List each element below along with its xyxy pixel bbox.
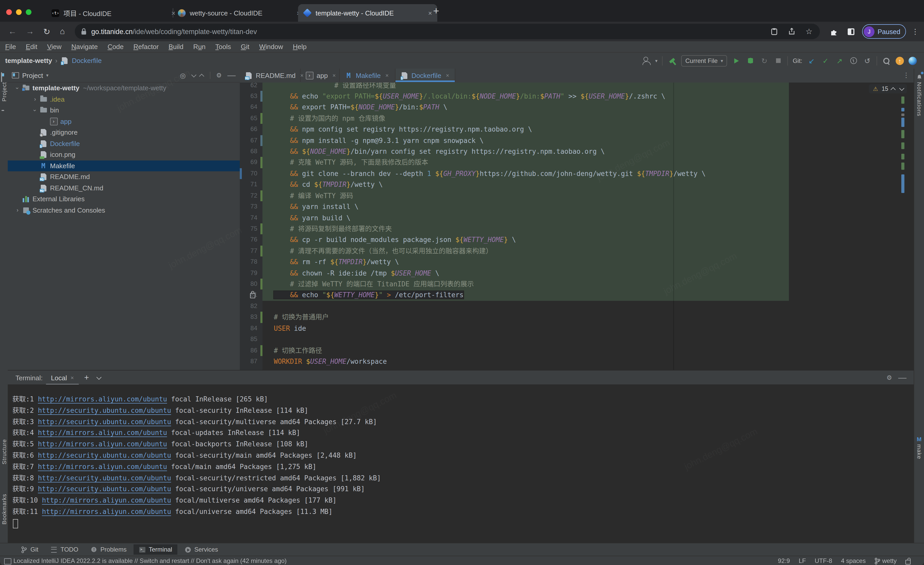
menu-git[interactable]: Git <box>241 43 249 51</box>
stripe-tab-project[interactable]: Project <box>1 82 7 102</box>
line-number[interactable]: 63 <box>242 91 257 102</box>
terminal-output[interactable]: 获取:1 http://mirrors.aliyun.com/ubuntu fo… <box>8 385 914 543</box>
panel-settings-gear-icon[interactable]: ⚙ <box>216 72 222 79</box>
line-number[interactable]: 72 <box>242 190 257 201</box>
tree-chevron-icon[interactable]: › <box>33 96 38 102</box>
forward-icon[interactable]: → <box>26 22 34 41</box>
code-line-82[interactable] <box>262 301 789 312</box>
code-line-66[interactable]: && npm config set registry https://regis… <box>262 124 789 135</box>
file-encoding[interactable]: UTF-8 <box>814 557 832 565</box>
menu-view[interactable]: View <box>47 43 62 51</box>
terminal-tab-local[interactable]: Local × <box>49 370 76 385</box>
code-line-74[interactable]: && yarn build \ <box>262 212 789 224</box>
editor-tab-readme-md[interactable]: MDREADME.md× <box>240 69 301 82</box>
hide-terminal-icon[interactable]: — <box>898 373 906 382</box>
inspections-widget[interactable]: ⚠ 15 <box>869 84 907 93</box>
code-line-67[interactable]: && npm install -g npm@9.3.1 yarn cnpm sn… <box>262 135 789 146</box>
tree-item-dockerfile[interactable]: DDockerfile <box>8 138 240 149</box>
line-number[interactable]: 78 <box>242 257 257 267</box>
code-line-62[interactable]: # 设置路径环境变量 <box>262 83 789 91</box>
tree-item-scratches-and-consoles[interactable]: ›Scratches and Consoles <box>8 204 240 216</box>
git-branch-widget[interactable]: wetty <box>874 557 897 565</box>
line-number[interactable]: 85 <box>242 334 257 345</box>
close-tab-icon[interactable]: × <box>428 9 432 17</box>
line-number[interactable]: 67 <box>242 135 257 146</box>
toolwindow-problems[interactable]: !Problems <box>86 544 132 554</box>
git-push-icon[interactable]: ↗ <box>835 56 844 65</box>
prev-problem-icon[interactable] <box>891 87 896 92</box>
tree-chevron-icon[interactable]: › <box>15 207 20 213</box>
update-available-icon[interactable]: ↑ <box>896 57 904 65</box>
caret-position[interactable]: 92:9 <box>778 557 790 565</box>
code-line-80[interactable]: # 过滤掉 WeTTY 的端口在 TitanIDE 应用端口列表的展示 <box>262 279 789 290</box>
editor-tabs-more-icon[interactable]: ⋮ <box>903 71 910 79</box>
run-configuration-select[interactable]: Current File▾ <box>681 55 727 66</box>
new-tab-button[interactable]: + <box>433 5 439 17</box>
terminal-link[interactable]: http://mirrors.aliyun.com/ubuntu <box>38 429 167 437</box>
browser-tab-wetty-source-cloudide[interactable]: wetty-source - CloudIDE× <box>173 4 306 22</box>
editor-tab-app[interactable]: ›app× <box>301 69 340 82</box>
project-view-caret-icon[interactable]: ▾ <box>46 73 48 78</box>
browser-tab--cloudide[interactable]: 项目 - CloudIDE× <box>46 4 180 22</box>
history-clock-icon[interactable] <box>849 56 858 65</box>
notifications-bell-icon[interactable] <box>916 73 922 79</box>
line-number[interactable]: 77 <box>242 246 257 257</box>
side-panel-icon[interactable] <box>848 22 854 41</box>
stripe-tab-notifications[interactable]: Notifications <box>916 82 922 116</box>
write-access-lock-icon[interactable] <box>905 560 910 564</box>
code-line-63[interactable]: && echo "export PATH=${USER_HOME}/.local… <box>262 91 789 102</box>
line-number[interactable]: 80 <box>242 279 257 290</box>
reload-icon[interactable]: ↻ <box>44 22 50 41</box>
toolwindow-git[interactable]: Git <box>15 544 44 554</box>
editor-tab-makefile[interactable]: MMakefile× <box>340 69 396 82</box>
code-with-me-icon[interactable] <box>909 57 917 65</box>
code-line-64[interactable]: && export PATH=${NODE_HOME}/bin:$PATH \ <box>262 102 789 113</box>
line-number[interactable]: 73 <box>242 201 257 212</box>
menu-navigate[interactable]: Navigate <box>71 43 98 51</box>
line-number[interactable]: 74 <box>242 212 257 224</box>
line-number[interactable]: 76 <box>242 234 257 246</box>
home-icon[interactable]: ⌂ <box>60 22 65 41</box>
menu-file[interactable]: File <box>5 43 16 51</box>
tree-chevron-icon[interactable]: › <box>32 108 38 113</box>
breadcrumb[interactable]: template-wetty › D Dockerfile <box>5 53 102 69</box>
code-line-76[interactable]: && cp -r build node_modules package.json… <box>262 234 789 246</box>
line-number[interactable]: 75 <box>242 224 257 234</box>
tree-item-readme-md[interactable]: MDREADME.md <box>8 171 240 182</box>
back-icon[interactable]: ← <box>8 22 16 41</box>
profile-button[interactable]: J Paused <box>862 24 906 39</box>
code-line-68[interactable]: && ${NODE_HOME}/bin/yarn config set regi… <box>262 146 789 157</box>
line-number[interactable]: 69 <box>242 157 257 168</box>
build-hammer-icon[interactable] <box>667 56 676 65</box>
menu-build[interactable]: Build <box>169 43 184 51</box>
line-number[interactable]: 62 <box>242 83 257 91</box>
code-line-83[interactable]: # 切换为普通用户 <box>262 312 789 323</box>
hide-panel-icon[interactable]: — <box>227 71 236 80</box>
line-number[interactable]: 68 <box>242 146 257 157</box>
menu-window[interactable]: Window <box>259 43 283 51</box>
tree-item-readme-cn-md[interactable]: MDREADME_CN.md <box>8 182 240 194</box>
code-line-84[interactable]: USER ide <box>262 323 789 334</box>
browser-menu-icon[interactable]: ⋮ <box>912 22 919 41</box>
address-bar[interactable]: go.titanide.cn/ide/web/coding/template-w… <box>75 24 820 39</box>
tree-item-template-wetty[interactable]: ›template-wetty~/workspace/template-wett… <box>8 83 240 94</box>
line-separator[interactable]: LF <box>799 557 806 565</box>
bookmark-star-icon[interactable]: ☆ <box>804 27 814 36</box>
toolwindow-services[interactable]: Services <box>179 544 223 554</box>
editor-gutter[interactable]: 6263646566676869707172737475767778798081… <box>240 83 262 370</box>
line-number[interactable]: 64 <box>242 102 257 113</box>
expand-all-icon[interactable] <box>191 72 196 77</box>
run-icon[interactable] <box>732 56 741 65</box>
code-line-77[interactable]: # 清理不再需要的源文件（当然，也可以采用独立的融容器来构建） <box>262 246 789 257</box>
menu-edit[interactable]: Edit <box>26 43 38 51</box>
editor-tab-dockerfile[interactable]: DDockerfile× <box>396 69 455 82</box>
minimize-window-icon[interactable] <box>16 9 22 15</box>
line-number[interactable]: 79 <box>242 267 257 279</box>
line-number[interactable]: 83 <box>242 312 257 323</box>
stripe-tab-structure[interactable]: Structure <box>1 439 7 464</box>
tree-item-external-libraries[interactable]: External Libraries <box>8 194 240 204</box>
project-panel-title[interactable]: Project <box>22 71 43 79</box>
terminal-link[interactable]: http://security.ubuntu.com/ubuntu <box>38 418 171 425</box>
code-line-73[interactable]: && yarn install \ <box>262 201 789 212</box>
tree-item-icon-png[interactable]: icon.png <box>8 149 240 160</box>
